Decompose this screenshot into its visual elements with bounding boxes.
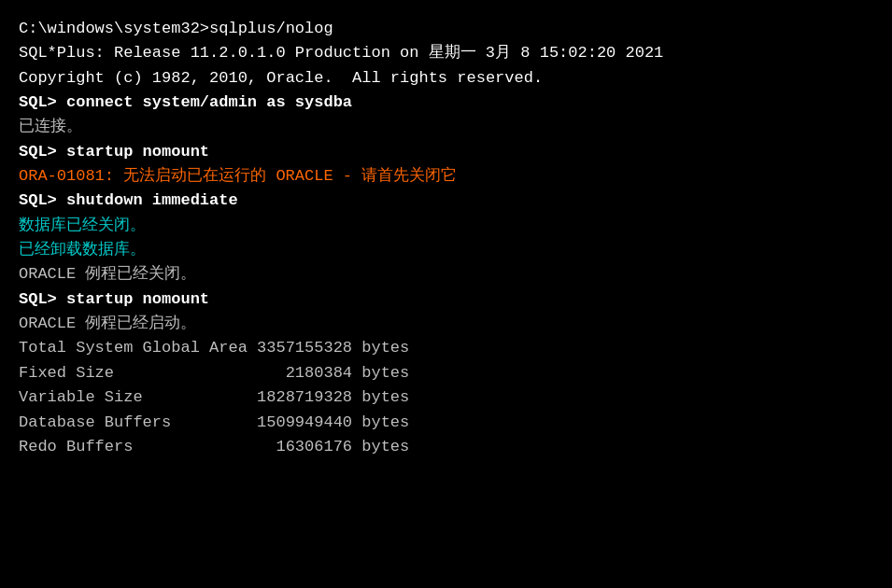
terminal-line-sqlplus-version: SQL*Plus: Release 11.2.0.1.0 Production … xyxy=(19,41,873,65)
terminal-line-oracle-started: ORACLE 例程已经启动。 xyxy=(19,312,873,336)
terminal-line-cmd-path: C:\windows\system32>sqlplus/nolog xyxy=(19,17,873,41)
terminal-window: C:\windows\system32>sqlplus/nologSQL*Plu… xyxy=(19,17,873,459)
terminal-line-db-buffers: Database Buffers 1509949440 bytes xyxy=(19,411,873,435)
terminal-line-fixed-size: Fixed Size 2180384 bytes xyxy=(19,361,873,385)
terminal-line-sql-connect: SQL> connect system/admin as sysdba xyxy=(19,91,873,115)
terminal-line-sql-startup1: SQL> startup nomount xyxy=(19,140,873,164)
terminal-line-sga-total: Total System Global Area 3357155328 byte… xyxy=(19,336,873,360)
terminal-line-variable-size: Variable Size 1828719328 bytes xyxy=(19,385,873,410)
terminal-line-redo-buffers: Redo Buffers 16306176 bytes xyxy=(19,435,873,459)
terminal-line-copyright: Copyright (c) 1982, 2010, Oracle. All ri… xyxy=(19,66,873,91)
terminal-line-connected: 已连接。 xyxy=(19,115,873,139)
terminal-line-oracle-closed: ORACLE 例程已经关闭。 xyxy=(19,262,873,287)
terminal-line-ora-error: ORA-01081: 无法启动已在运行的 ORACLE - 请首先关闭它 xyxy=(19,164,873,189)
terminal-line-sql-shutdown: SQL> shutdown immediate xyxy=(19,189,873,213)
terminal-line-db-closed: 数据库已经关闭。 xyxy=(19,214,873,238)
terminal-line-db-dismount: 已经卸载数据库。 xyxy=(19,238,873,262)
terminal-line-sql-startup2: SQL> startup nomount xyxy=(19,287,873,312)
